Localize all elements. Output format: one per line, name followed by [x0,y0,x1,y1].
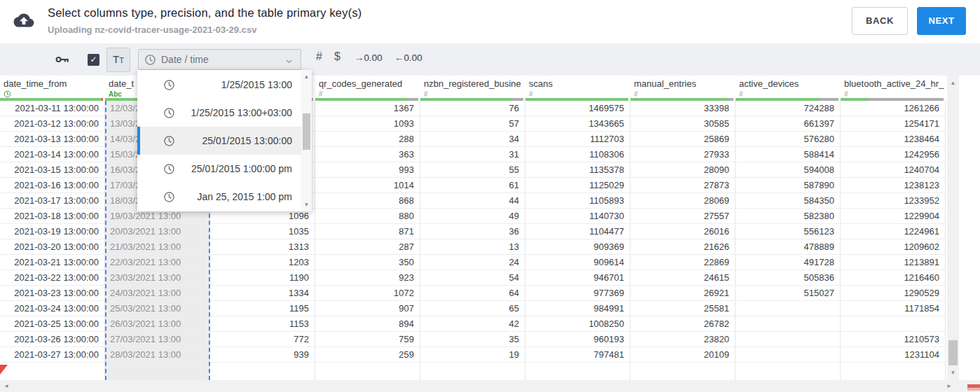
table-cell: 1242956 [841,147,945,162]
table-cell: 1469575 [525,101,630,116]
table-cell: 960193 [525,332,630,347]
table-cell: 946701 [525,270,630,286]
date-format-option[interactable]: 1/25/2015 13:00 [137,71,301,99]
scroll-right-icon[interactable]: ► [946,383,952,389]
dropdown-scrollbar[interactable]: ▲ ▼ [301,70,312,211]
table-cell: 582380 [736,209,840,224]
text-type-button[interactable]: Tt [106,48,130,72]
vertical-scrollbar[interactable]: ▲ ▼ [947,76,959,380]
column-type-indicator: # [319,90,420,98]
table-cell: 2021-03-11 13:00:00 [0,101,104,116]
table-column[interactable]: active_devices # 72428866139757628058841… [736,76,841,380]
primary-key-icon[interactable] [55,54,69,65]
next-button[interactable]: NEXT [917,7,966,35]
scroll-up-icon[interactable]: ▲ [301,74,312,80]
date-format-option[interactable]: 25/01/2015 1:00:00 pm [137,155,301,183]
table-cell: 923 [315,270,420,286]
table-cell: 772 [210,332,315,347]
date-format-label: Jan 25, 2015 1:00 pm [175,191,301,202]
table-cell: 1203 [210,255,315,270]
currency-type-button[interactable]: $ [334,50,340,63]
clock-icon [163,163,175,175]
include-column-checkbox[interactable]: ✓ [88,54,99,66]
column-name: date_time_from [4,78,105,89]
cloud-upload-icon [13,12,34,29]
table-cell: 2021-03-16 13:00:00 [0,178,104,193]
scroll-up-icon[interactable]: ▲ [947,80,959,86]
scroll-left-icon[interactable]: ◄ [4,383,9,389]
table-cell: 65 [420,301,525,316]
table-cell: 363 [315,147,420,162]
table-cell: 1108306 [525,147,630,162]
column-cells: 1367109328836399310148688808712873509231… [315,101,420,380]
column-header[interactable]: bluetooth_active_24_hr_ # [841,76,946,98]
table-cell: 2021-03-25 13:00:00 [0,316,104,332]
table-cell: 27557 [630,209,735,224]
table-cell: 724288 [736,101,840,116]
scroll-corner-marker [967,384,980,391]
table-column[interactable]: date_time_from 2021-03-11 13:00:002021-0… [0,76,105,380]
dropdown-scroll-thumb[interactable] [303,113,310,150]
date-format-option[interactable]: Jan 25, 2015 1:00 pm [137,183,301,211]
table-cell: 23/03/2021 13:00 [106,270,209,286]
table-cell: 977369 [525,286,630,301]
scroll-down-icon[interactable]: ▼ [301,202,312,208]
column-type-dropdown[interactable]: Date / time ⌄ [138,49,301,70]
table-cell: 22/03/2021 13:00 [106,255,209,270]
table-cell: 1112703 [525,132,630,147]
table-cell: 1072 [315,286,420,301]
table-cell: 1195 [210,301,315,316]
table-cell: 2021-03-14 13:00:00 [0,147,104,162]
scroll-down-icon[interactable]: ▼ [947,370,959,376]
date-format-option[interactable]: 25/01/2015 13:00:00 [137,127,301,155]
date-format-label: 25/01/2015 13:00:00 [175,135,301,146]
table-cell: 993 [315,162,420,178]
table-cell: 880 [315,209,420,224]
table-cell: 1216460 [841,270,945,286]
back-button[interactable]: BACK [852,7,908,35]
column-header[interactable]: manual_entries # [630,76,736,98]
column-name: nzbn_registered_busine [424,78,525,89]
table-cell: 909369 [525,239,630,255]
table-cell: 2021-03-27 13:00:00 [0,347,104,363]
table-cell: 28090 [630,162,735,178]
column-header[interactable]: nzbn_registered_busine # [420,76,525,98]
table-cell: 49 [420,209,525,224]
vertical-scroll-thumb[interactable] [948,340,958,365]
table-cell: 21/03/2021 13:00 [106,239,209,255]
table-cell: 907 [315,301,420,316]
table-cell: 61 [420,178,525,193]
table-cell: 33398 [630,101,735,116]
integer-type-button[interactable]: # [316,50,322,63]
column-header[interactable]: qr_codes_generated # [315,76,420,98]
date-format-option[interactable]: 1/25/2015 13:00+03:00 [137,99,301,127]
decimal-decrease-button[interactable]: →0.00 [354,52,382,63]
table-cell: 22869 [630,255,735,270]
column-type-indicator [4,90,105,98]
date-format-list: 1/25/2015 13:00 1/25/2015 13:00+03:00 25… [137,71,301,211]
column-header[interactable]: scans # [525,76,630,98]
table-cell: 21626 [630,239,735,255]
table-column[interactable]: manual_entries # 33398305852586927933280… [630,76,736,380]
table-cell: 939 [210,347,315,363]
table-cell: 1135378 [525,162,630,178]
table-cell: 13 [420,239,525,255]
table-column[interactable]: qr_codes_generated # 1367109328836399310… [315,76,420,380]
column-name: manual_entries [634,78,736,89]
table-column[interactable]: nzbn_registered_busine # 765734315561444… [420,76,525,380]
column-header[interactable]: date_time_from [0,76,105,98]
table-cell: 24 [420,255,525,270]
table-cell: 20/03/2021 13:00 [106,224,209,239]
table-cell: 24/03/2021 13:00 [106,286,209,301]
table-cell: 25581 [630,301,735,316]
table-cell: 27873 [630,178,735,193]
table-cell [736,301,840,316]
date-format-label: 25/01/2015 1:00:00 pm [175,163,301,174]
decimal-increase-button[interactable]: ←0.00 [394,52,422,63]
column-header[interactable]: active_devices # [736,76,841,98]
table-cell: 287 [315,239,420,255]
table-column[interactable]: scans # 14695751343665111270311083061135… [525,76,630,380]
horizontal-scrollbar[interactable]: ◄ ► [0,380,980,392]
table-column[interactable]: bluetooth_active_24_hr_ # 12612661254171… [841,76,946,380]
table-cell: 27933 [630,147,735,162]
